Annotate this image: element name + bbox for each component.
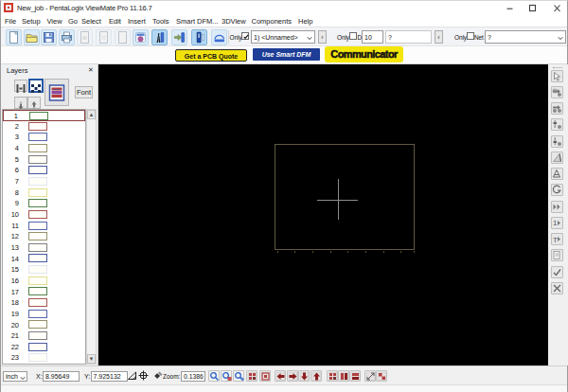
svg-text:T: T bbox=[553, 236, 558, 244]
svg-text:1: 1 bbox=[553, 219, 558, 227]
